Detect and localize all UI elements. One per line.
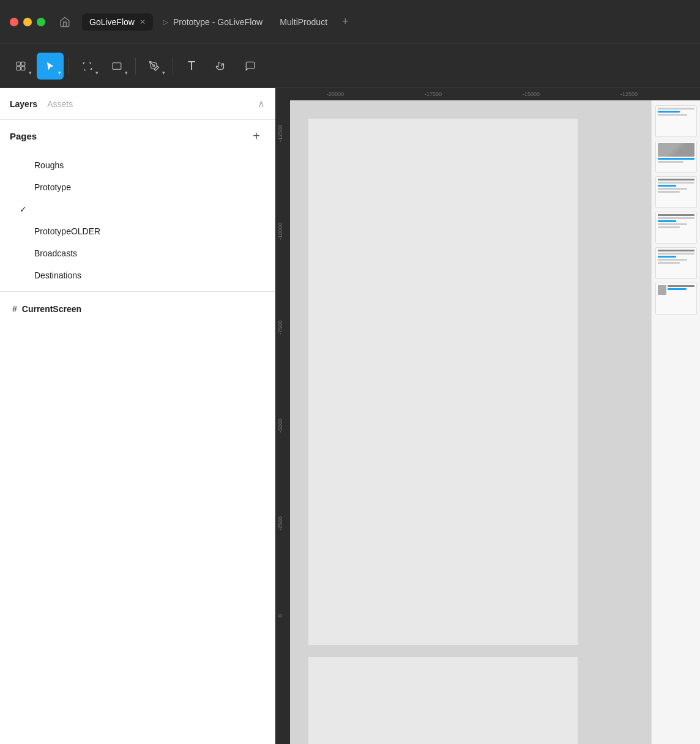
thumbnail-3[interactable] [655,176,697,208]
thumb-line-3b [658,182,694,184]
close-button[interactable] [10,18,18,26]
thumb-cols-6 [658,285,694,295]
design-frame-main [308,119,578,645]
play-icon: ▷ [163,18,168,26]
ruler-corner [275,88,290,100]
titlebar: GoLiveFlow ✕ ▷ Prototype - GoLiveFlow Mu… [0,0,700,44]
v-ruler: -12500 -10000 -7500 -5000 -2500 0 [275,100,290,744]
v-ruler-label-5: -2500 [277,516,283,530]
shape-chevron: ▾ [125,70,128,76]
thumb-line-4e [658,226,680,228]
comment-tool[interactable] [237,53,264,80]
hand-tool[interactable] [207,53,234,80]
thumbnail-2[interactable] [655,141,697,173]
page-list: Roughs Prototype ✓ PrototypeOLDER Broadc… [10,152,265,291]
layers-tab[interactable]: Layers [10,97,37,111]
page-item-broadcasts[interactable]: Broadcasts [10,242,265,264]
page-label-broadcasts: Broadcasts [34,248,77,258]
thumb-img-2 [658,143,694,157]
tab-list: GoLiveFlow ✕ ▷ Prototype - GoLiveFlow Mu… [82,13,690,31]
layer-item-currentscreen[interactable]: # CurrentScreen [10,299,265,319]
tab-goliveflow[interactable]: GoLiveFlow ✕ [82,13,153,31]
thumb-line-4c [658,220,676,222]
v-ruler-label-1: -12500 [277,125,283,142]
thumb-line-3d [658,188,687,190]
thumb-line-5d [658,259,687,261]
page-label-prototype: Prototype [34,182,71,192]
layer-label-currentscreen: CurrentScreen [22,304,81,314]
tab-prototype[interactable]: ▷ Prototype - GoLiveFlow [155,13,270,31]
text-tool[interactable]: T [178,53,205,80]
page-label-prototypeolder: PrototypeOLDER [34,226,100,236]
toolbar-sep-3 [173,58,173,75]
page-label-roughs: Roughs [34,160,64,170]
page-check-icon: ✓ [20,204,27,214]
panel-tabs: Layers Assets ∧ [0,88,275,120]
thumb-line-4b [658,217,694,219]
right-thumbnails-panel [651,100,700,744]
pages-header: Pages + [10,120,265,152]
thumbnail-4[interactable] [655,212,697,244]
thumb-line-4d [658,223,687,225]
h-ruler-label-1: -20000 [327,91,344,97]
toolbar-sep-2 [135,58,136,75]
toolbar-sep-1 [69,58,69,75]
thumb-line-6a [668,285,694,287]
tab-multiproduct-label: MultiProduct [280,17,327,27]
collapse-panel-icon[interactable]: ∧ [258,98,265,110]
assets-tab[interactable]: Assets [47,97,73,111]
tab-prototype-label: Prototype - GoLiveFlow [173,17,262,27]
new-tab-button[interactable]: + [337,13,354,31]
thumb-line-2b [658,161,683,163]
thumbnail-6[interactable] [655,283,697,314]
page-label-destinations: Destinations [34,270,81,280]
pen-tool[interactable]: ▾ [141,53,168,80]
h-ruler-label-3: -15000 [523,91,540,97]
h-ruler-label-2: -17500 [425,91,442,97]
page-item-destinations[interactable]: Destinations [10,264,265,286]
svg-rect-3 [21,66,25,70]
tab-close-icon[interactable]: ✕ [140,18,146,26]
shape-tool[interactable]: ▾ [103,53,130,80]
v-ruler-label-4: -5000 [277,418,283,433]
pages-title: Pages [10,131,248,141]
thumbnail-5[interactable] [655,247,697,279]
svg-rect-2 [17,66,20,70]
thumb-inner-1 [656,106,696,136]
thumb-inner-4 [656,212,696,243]
thumb-line-3c [658,185,676,187]
thumb-line-5b [658,253,694,255]
thumb-inner-3 [656,177,696,207]
v-ruler-label-6: 0 [277,614,283,617]
home-icon[interactable] [55,12,75,32]
page-item-selected[interactable]: ✓ [10,198,265,220]
canvas-workspace[interactable] [290,100,700,744]
page-item-prototypeolder[interactable]: PrototypeOLDER [10,220,265,242]
svg-rect-1 [21,62,25,65]
layers-section: # CurrentScreen [0,292,275,326]
thumb-col-content-6 [668,285,694,295]
minimize-button[interactable] [23,18,32,26]
thumbnail-1[interactable] [655,105,697,137]
window-controls [10,18,45,26]
design-frame-lower [308,657,578,744]
page-item-roughs[interactable]: Roughs [10,154,265,176]
h-ruler: -20000 -17500 -15000 -12500 [290,88,700,100]
frame-layer-icon: # [12,304,17,314]
thumb-inner-6 [656,283,696,314]
page-item-prototype[interactable]: Prototype [10,176,265,198]
pen-chevron: ▾ [162,70,165,76]
maximize-button[interactable] [37,18,45,26]
frame-tool[interactable]: ▾ [74,53,101,80]
component-chevron: ▾ [29,70,32,76]
canvas-area[interactable]: -20000 -17500 -15000 -12500 -12500 -1000… [275,88,700,744]
thumb-line-3e [658,191,680,193]
component-tool[interactable]: ▾ [7,53,34,80]
toolbar: ▾ ▾ ▾ ▾ ▾ T [0,44,700,88]
pages-section: Pages + Roughs Prototype ✓ PrototypeOLDE… [0,120,275,292]
add-page-button[interactable]: + [248,127,265,144]
thumb-line-5a [658,250,694,251]
tab-multiproduct[interactable]: MultiProduct [272,13,335,31]
thumb-inner-5 [656,248,696,278]
select-tool[interactable]: ▾ [37,53,64,80]
